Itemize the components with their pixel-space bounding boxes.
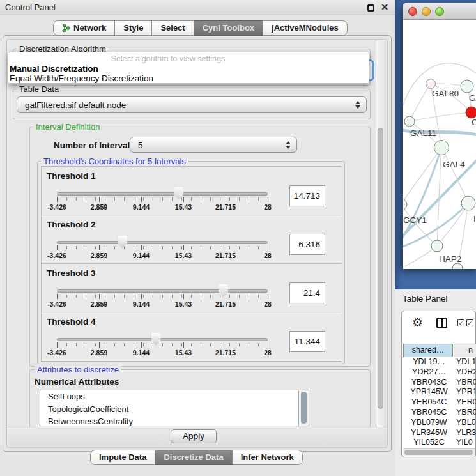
algorithm-hint: Select algorithm to view settings xyxy=(8,54,328,63)
table-data-group-title: Table Data xyxy=(17,84,61,94)
slider-ticks xyxy=(57,343,269,346)
close-traffic-light-icon[interactable] xyxy=(408,7,417,16)
gear-icon[interactable]: ⚙ xyxy=(412,316,423,328)
threshold-value-field[interactable]: 21.4 xyxy=(289,282,325,303)
scrollbar-thumb[interactable] xyxy=(378,128,383,409)
slider-ticks xyxy=(57,197,269,201)
network-canvas[interactable]: GAL80 GA GAL11 C GAL4 GCY1 H HAP2 xyxy=(403,20,476,269)
tick-label: 2.859 xyxy=(91,203,107,211)
node-label: GAL80 xyxy=(432,89,459,98)
slider-ticks xyxy=(57,295,269,298)
tick-label: 21.715 xyxy=(215,252,236,259)
threshold-label: Threshold 4 xyxy=(47,317,96,326)
column-header-shared[interactable]: shared… xyxy=(403,344,453,357)
tick-label: 28 xyxy=(264,349,272,357)
node-h[interactable] xyxy=(461,196,475,210)
node-gal11[interactable] xyxy=(404,116,415,127)
tick-label: 21.715 xyxy=(215,203,236,211)
tick-label: 15.43 xyxy=(175,252,192,259)
apply-button[interactable]: Apply xyxy=(171,429,217,443)
table-row[interactable]: YPR145WYPR1 xyxy=(403,387,476,397)
zoom-traffic-light-icon[interactable] xyxy=(435,7,444,16)
tab-infer-network[interactable]: Infer Network xyxy=(232,450,303,465)
network-window[interactable]: GAL80 GA GAL11 C GAL4 GCY1 H HAP2 xyxy=(403,3,476,269)
threshold-row: Threshold 2 -3.426 2.859 9.144 15.43 21.… xyxy=(42,215,342,264)
tick-label: 9.144 xyxy=(133,349,150,357)
threshold-slider-track[interactable] xyxy=(57,338,268,341)
tab-impute-data[interactable]: Impute Data xyxy=(90,450,155,465)
number-of-intervals-value: 5 xyxy=(138,140,143,150)
control-panel-titlebar: Control Panel ✕ xyxy=(0,0,395,15)
threshold-slider-track[interactable] xyxy=(57,289,268,293)
number-of-intervals-combobox[interactable]: 5 xyxy=(130,137,297,153)
tick-label: 28 xyxy=(264,203,272,211)
control-panel-tabs: Network Style Select Cyni Toolbox jActiv… xyxy=(53,20,348,36)
table-row[interactable]: YBL079WYBL0 xyxy=(403,418,476,428)
minimize-traffic-light-icon[interactable] xyxy=(422,7,431,16)
threshold-value-field[interactable]: 11.344 xyxy=(289,331,325,352)
node-gcy1[interactable] xyxy=(403,199,407,210)
algorithm-option-equal-width[interactable]: Equal Width/Frequency Discretization xyxy=(10,73,153,83)
table-row[interactable]: YER054CYER0 xyxy=(403,397,476,408)
node-gal4[interactable] xyxy=(434,141,449,155)
node-label: C xyxy=(472,118,476,127)
table-row[interactable]: YBR043CYBR0 xyxy=(403,378,476,388)
threshold-label: Threshold 1 xyxy=(47,171,96,181)
threshold-slider-track[interactable] xyxy=(57,241,268,244)
node-red-selected[interactable] xyxy=(466,107,476,118)
checkbox-icon[interactable]: ✓ xyxy=(457,319,464,326)
tick-label: 15.43 xyxy=(175,349,192,357)
node-partial-top-right[interactable] xyxy=(461,80,473,93)
threshold-value-field[interactable]: 6.316 xyxy=(289,234,325,255)
table-row[interactable]: YBR045CYBR0 xyxy=(403,408,476,418)
scrollbar-thumb[interactable] xyxy=(301,392,307,424)
table-row[interactable]: YLR345WYLR3 xyxy=(403,428,476,438)
node-label: GAL11 xyxy=(410,128,436,138)
tick-label: 15.43 xyxy=(175,203,192,211)
list-item[interactable]: SelfLoops xyxy=(40,390,298,403)
table-row[interactable]: YDR27…YDR2 xyxy=(403,367,476,378)
tick-label: 21.715 xyxy=(215,349,236,357)
tab-jactivemnodules[interactable]: jActiveMNodules xyxy=(263,20,348,36)
node-label: HAP2 xyxy=(439,254,461,264)
number-of-intervals-label: Number of Intervals xyxy=(54,141,135,150)
tab-cyni-toolbox[interactable]: Cyni Toolbox xyxy=(194,20,263,36)
combo-stepper-icon xyxy=(286,141,291,149)
close-icon[interactable]: ✕ xyxy=(381,2,388,12)
node-bottom-partial[interactable] xyxy=(452,263,463,269)
table-data-combobox[interactable]: galFiltered.sif default node xyxy=(17,96,367,113)
tab-network[interactable]: Network xyxy=(53,20,115,36)
split-columns-icon[interactable] xyxy=(436,318,447,328)
tab-select[interactable]: Select xyxy=(151,20,194,36)
list-item[interactable]: BetweennessCentrality xyxy=(40,415,298,426)
network-window-titlebar[interactable] xyxy=(403,3,476,20)
float-window-icon[interactable] xyxy=(367,4,374,12)
node-gal80[interactable] xyxy=(426,79,436,89)
column-header-name[interactable]: n xyxy=(454,344,476,357)
list-item[interactable]: TopologicalCoefficient xyxy=(40,403,298,416)
tick-label: 28 xyxy=(264,252,272,259)
tick-label: -3.426 xyxy=(47,252,66,259)
node-hap2[interactable] xyxy=(431,240,443,252)
desktop-background: GAL80 GA GAL11 C GAL4 GCY1 H HAP2 xyxy=(395,0,476,289)
tick-label: 9.144 xyxy=(133,203,150,211)
tab-discretize-data[interactable]: Discretize Data xyxy=(155,450,232,465)
numerical-attributes-list: SelfLoops TopologicalCoefficient Between… xyxy=(40,390,299,426)
tab-style[interactable]: Style xyxy=(114,20,152,36)
checkbox-icon[interactable]: ✓ xyxy=(466,319,473,326)
scrollbar-thumb[interactable] xyxy=(404,450,473,455)
threshold-label: Threshold 2 xyxy=(47,220,96,229)
threshold-value-field[interactable]: 14.713 xyxy=(289,185,325,206)
table-data-value: galFiltered.sif default node xyxy=(25,100,126,110)
tick-label: 9.144 xyxy=(133,300,150,308)
tick-label: -3.426 xyxy=(47,203,66,211)
node-label: GCY1 xyxy=(403,215,427,225)
attributes-list-scrollbar[interactable] xyxy=(299,390,309,426)
tick-label: 2.859 xyxy=(91,349,107,357)
table-row[interactable]: YDL19…YDL1 xyxy=(403,357,476,367)
table-row[interactable]: YIL052CYIL0 xyxy=(403,438,476,448)
panel-vertical-scrollbar[interactable] xyxy=(376,40,385,447)
table-horizontal-scrollbar[interactable] xyxy=(403,448,475,456)
threshold-slider-track[interactable] xyxy=(57,192,268,196)
algorithm-option-manual[interactable]: Manual Discretization xyxy=(10,64,98,73)
